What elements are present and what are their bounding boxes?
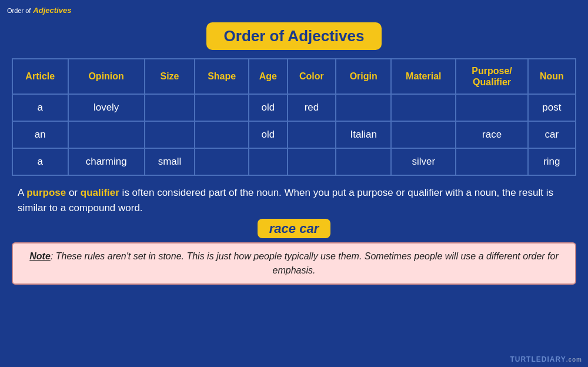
- table-row: a lovely old red post: [12, 94, 576, 121]
- row1-purpose: [456, 94, 527, 121]
- header-material: Material: [391, 59, 456, 94]
- header-article: Article: [12, 59, 68, 94]
- page-title: Order of Adjectives: [224, 27, 365, 45]
- row2-purpose: race: [456, 121, 527, 148]
- row2-opinion: [68, 121, 145, 148]
- row2-material: [391, 121, 456, 148]
- page-title-box: Order of Adjectives: [206, 22, 382, 50]
- table-row: a charming small silver ring: [12, 148, 576, 175]
- row3-article: a: [12, 148, 68, 175]
- row1-size: [145, 94, 195, 121]
- row2-article: an: [12, 121, 68, 148]
- description-text: A purpose or qualifier is often consider…: [12, 185, 576, 215]
- row2-origin: Italian: [336, 121, 391, 148]
- watermark: TURTLEDIARY.com: [510, 355, 582, 363]
- watermark-text: TURTLEDIARY: [510, 355, 566, 363]
- header-shape: Shape: [195, 59, 249, 94]
- row2-size: [145, 121, 195, 148]
- row1-age: old: [249, 94, 288, 121]
- note-label: Note: [29, 251, 51, 261]
- row3-age: [249, 148, 288, 175]
- watermark-dotcom: .com: [566, 356, 582, 363]
- row1-origin: [336, 94, 391, 121]
- row3-noun: ring: [528, 148, 576, 175]
- adjectives-table: Article Opinion Size Shape Age Color Ori…: [12, 58, 576, 176]
- header-noun: Noun: [528, 59, 576, 94]
- row3-origin: [336, 148, 391, 175]
- header-origin: Origin: [336, 59, 391, 94]
- row3-purpose: [456, 148, 527, 175]
- main-container: Order of Adjectives Article Opinion Size…: [9, 18, 579, 361]
- logo-adjectives: Adjectives: [33, 6, 71, 15]
- race-car-text: race car: [258, 219, 330, 238]
- logo-order-of: Order of: [7, 7, 31, 14]
- row2-noun: car: [528, 121, 576, 148]
- row1-shape: [195, 94, 249, 121]
- row3-shape: [195, 148, 249, 175]
- logo-area: Order of Adjectives: [5, 5, 74, 16]
- purpose-highlight: purpose: [26, 187, 66, 198]
- row3-opinion: charming: [68, 148, 145, 175]
- row1-color: red: [288, 94, 336, 121]
- qualifier-highlight: qualifier: [81, 187, 119, 198]
- row1-article: a: [12, 94, 68, 121]
- note-text: : These rules aren't set in stone. This …: [51, 251, 559, 275]
- header-purpose-qualifier: Purpose/Qualifier: [456, 59, 527, 94]
- table-row: an old Italian race car: [12, 121, 576, 148]
- race-car-container: race car: [258, 221, 330, 236]
- row1-material: [391, 94, 456, 121]
- row2-shape: [195, 121, 249, 148]
- row2-age: old: [249, 121, 288, 148]
- header-color: Color: [288, 59, 336, 94]
- row2-color: [288, 121, 336, 148]
- row3-color: [288, 148, 336, 175]
- row3-size: small: [145, 148, 195, 175]
- row3-material: silver: [391, 148, 456, 175]
- row1-opinion: lovely: [68, 94, 145, 121]
- note-box: Note: These rules aren't set in stone. T…: [12, 242, 576, 285]
- header-opinion: Opinion: [68, 59, 145, 94]
- header-size: Size: [145, 59, 195, 94]
- row1-noun: post: [528, 94, 576, 121]
- header-age: Age: [249, 59, 288, 94]
